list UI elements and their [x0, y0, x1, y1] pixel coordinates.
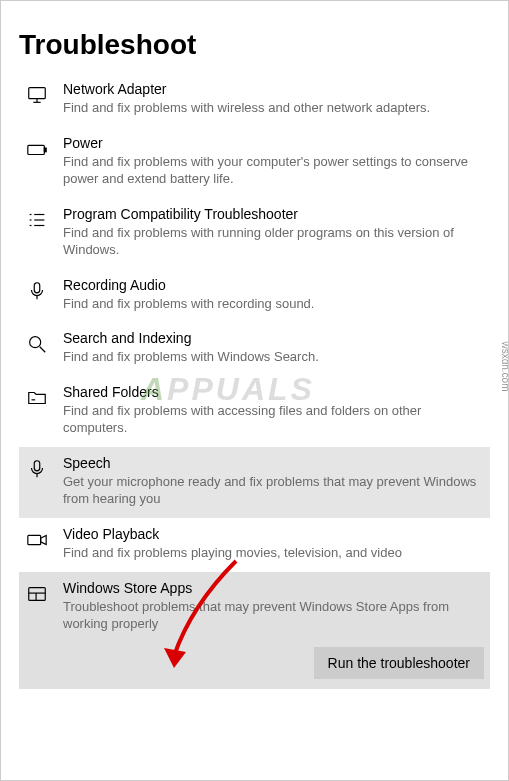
item-text: Video PlaybackFind and fix problems play…: [63, 526, 484, 562]
monitor-icon: [25, 83, 49, 107]
item-desc: Find and fix problems with wireless and …: [63, 99, 484, 117]
svg-rect-18: [28, 535, 41, 544]
credit-text: wsxdn.com: [499, 341, 509, 391]
mic-icon: [25, 457, 49, 481]
item-desc: Find and fix problems with your computer…: [63, 153, 484, 188]
item-desc: Find and fix problems with Windows Searc…: [63, 348, 484, 366]
run-troubleshooter-button[interactable]: Run the troubleshooter: [314, 647, 484, 679]
troubleshooter-item-speech[interactable]: SpeechGet your microphone ready and fix …: [19, 447, 490, 518]
svg-marker-19: [41, 535, 46, 544]
item-text: PowerFind and fix problems with your com…: [63, 135, 484, 188]
item-text: Shared FoldersFind and fix problems with…: [63, 384, 484, 437]
svg-rect-3: [28, 145, 45, 154]
item-text: Network AdapterFind and fix problems wit…: [63, 81, 484, 117]
svg-rect-4: [44, 148, 46, 152]
item-title: Speech: [63, 455, 484, 471]
item-title: Shared Folders: [63, 384, 484, 400]
svg-rect-16: [34, 461, 40, 471]
svg-rect-0: [29, 88, 46, 99]
troubleshooter-item-program-compatibility-troubleshooter[interactable]: Program Compatibility TroubleshooterFind…: [19, 198, 490, 269]
troubleshooter-item-shared-folders[interactable]: Shared FoldersFind and fix problems with…: [19, 376, 490, 447]
item-title: Network Adapter: [63, 81, 484, 97]
svg-rect-11: [34, 282, 40, 292]
item-title: Recording Audio: [63, 277, 484, 293]
item-text: SpeechGet your microphone ready and fix …: [63, 455, 484, 508]
troubleshooter-item-video-playback[interactable]: Video PlaybackFind and fix problems play…: [19, 518, 490, 572]
troubleshooter-item-recording-audio[interactable]: Recording AudioFind and fix problems wit…: [19, 269, 490, 323]
item-desc: Find and fix problems with recording sou…: [63, 295, 484, 313]
troubleshooter-list: Network AdapterFind and fix problems wit…: [19, 73, 490, 689]
troubleshooter-item-search-and-indexing[interactable]: Search and IndexingFind and fix problems…: [19, 322, 490, 376]
item-text: Search and IndexingFind and fix problems…: [63, 330, 484, 366]
troubleshooter-item-network-adapter[interactable]: Network AdapterFind and fix problems wit…: [19, 73, 490, 127]
item-desc: Troubleshoot problems that may prevent W…: [63, 598, 484, 633]
svg-point-13: [30, 337, 41, 348]
search-icon: [25, 332, 49, 356]
svg-rect-20: [29, 587, 46, 600]
troubleshooter-item-windows-store-apps[interactable]: Windows Store AppsTroubleshoot problems …: [19, 572, 490, 689]
troubleshooter-item-power[interactable]: PowerFind and fix problems with your com…: [19, 127, 490, 198]
item-title: Video Playback: [63, 526, 484, 542]
item-title: Power: [63, 135, 484, 151]
item-desc: Find and fix problems with running older…: [63, 224, 484, 259]
page-title: Troubleshoot: [19, 29, 490, 61]
item-title: Windows Store Apps: [63, 580, 484, 596]
list-icon: [25, 208, 49, 232]
item-title: Program Compatibility Troubleshooter: [63, 206, 484, 222]
item-desc: Find and fix problems with accessing fil…: [63, 402, 484, 437]
battery-icon: [25, 137, 49, 161]
item-text: Windows Store AppsTroubleshoot problems …: [63, 580, 484, 633]
store-icon: [25, 582, 49, 606]
mic-icon: [25, 279, 49, 303]
svg-line-14: [40, 347, 46, 353]
button-row: Run the troubleshooter: [25, 647, 484, 679]
item-desc: Find and fix problems playing movies, te…: [63, 544, 484, 562]
video-icon: [25, 528, 49, 552]
item-title: Search and Indexing: [63, 330, 484, 346]
item-text: Program Compatibility TroubleshooterFind…: [63, 206, 484, 259]
item-text: Recording AudioFind and fix problems wit…: [63, 277, 484, 313]
item-desc: Get your microphone ready and fix proble…: [63, 473, 484, 508]
folder-icon: [25, 386, 49, 410]
